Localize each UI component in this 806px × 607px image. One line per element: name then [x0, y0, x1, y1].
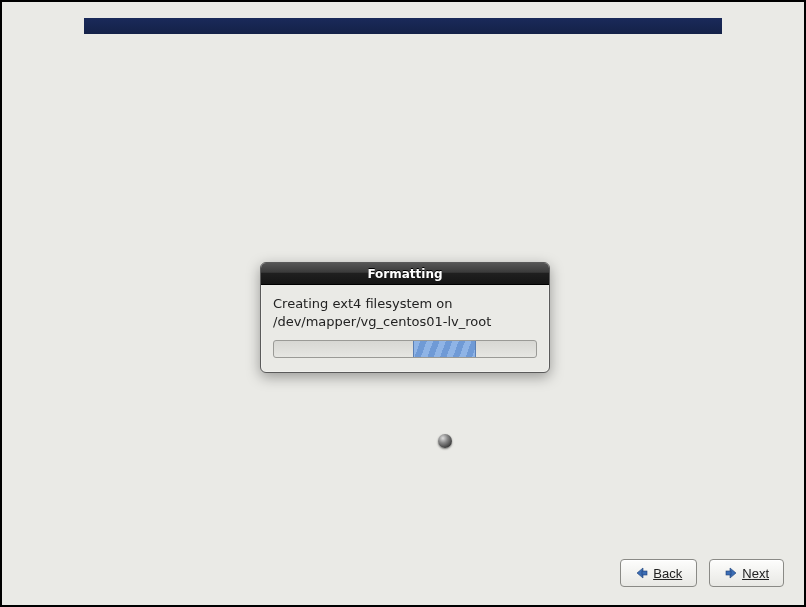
dialog-message: Creating ext4 filesystem on /dev/mapper/…	[273, 295, 537, 330]
progress-bar	[273, 340, 537, 358]
dialog-body: Creating ext4 filesystem on /dev/mapper/…	[261, 285, 549, 372]
formatting-dialog: Formatting Creating ext4 filesystem on /…	[260, 262, 550, 373]
next-button[interactable]: Next	[709, 559, 784, 587]
back-button[interactable]: Back	[620, 559, 697, 587]
svg-rect-1	[642, 571, 647, 575]
progress-fill	[413, 341, 476, 357]
arrow-right-icon	[724, 566, 738, 580]
wizard-footer: Back Next	[620, 559, 784, 587]
dialog-title: Formatting	[261, 263, 549, 285]
svg-rect-3	[726, 571, 731, 575]
back-button-label: Back	[653, 566, 682, 581]
busy-cursor-icon	[438, 434, 452, 448]
next-button-label: Next	[742, 566, 769, 581]
arrow-left-icon	[635, 566, 649, 580]
header-banner	[84, 18, 722, 34]
